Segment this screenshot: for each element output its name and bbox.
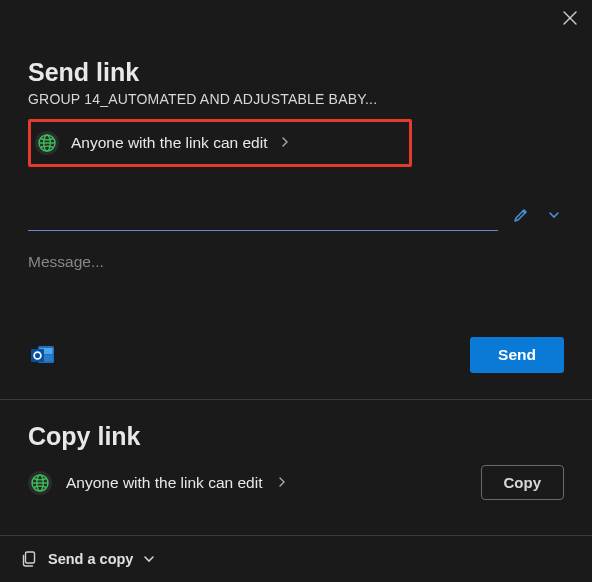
globe-icon	[28, 471, 52, 495]
pencil-icon	[512, 206, 530, 224]
chevron-down-icon	[548, 211, 560, 219]
copy-button[interactable]: Copy	[481, 465, 565, 500]
recipient-input[interactable]	[28, 199, 498, 231]
close-icon	[563, 11, 577, 25]
permission-text: Anyone with the link can edit	[71, 134, 267, 152]
close-button[interactable]	[560, 8, 580, 28]
recipient-row	[28, 199, 564, 231]
send-button[interactable]: Send	[470, 337, 564, 373]
chevron-down-icon	[143, 555, 155, 563]
send-a-copy-button[interactable]: Send a copy	[0, 535, 592, 582]
chevron-right-icon	[278, 474, 286, 492]
svg-rect-14	[26, 552, 35, 563]
file-name: GROUP 14_AUTOMATED AND ADJUSTABLE BABY..…	[28, 91, 564, 107]
svg-rect-9	[31, 349, 44, 362]
link-permission-button[interactable]: Anyone with the link can edit	[28, 119, 412, 167]
share-dialog: Send link GROUP 14_AUTOMATED AND ADJUSTA…	[0, 0, 592, 582]
permission-dropdown[interactable]	[544, 205, 564, 225]
outlook-icon[interactable]	[28, 340, 58, 370]
copy-link-title: Copy link	[28, 422, 564, 451]
edit-permission-button[interactable]	[508, 202, 534, 228]
topbar	[0, 0, 592, 28]
message-input[interactable]	[28, 253, 564, 271]
copy-permission-button[interactable]: Anyone with the link can edit	[28, 471, 286, 495]
globe-icon	[35, 131, 59, 155]
chevron-right-icon	[281, 134, 289, 152]
copy-permission-text: Anyone with the link can edit	[66, 474, 262, 492]
send-link-title: Send link	[28, 58, 564, 87]
copy-row: Anyone with the link can edit Copy	[28, 465, 564, 500]
send-row: Send	[28, 337, 564, 399]
send-a-copy-label: Send a copy	[48, 551, 133, 567]
copy-file-icon	[20, 550, 38, 568]
